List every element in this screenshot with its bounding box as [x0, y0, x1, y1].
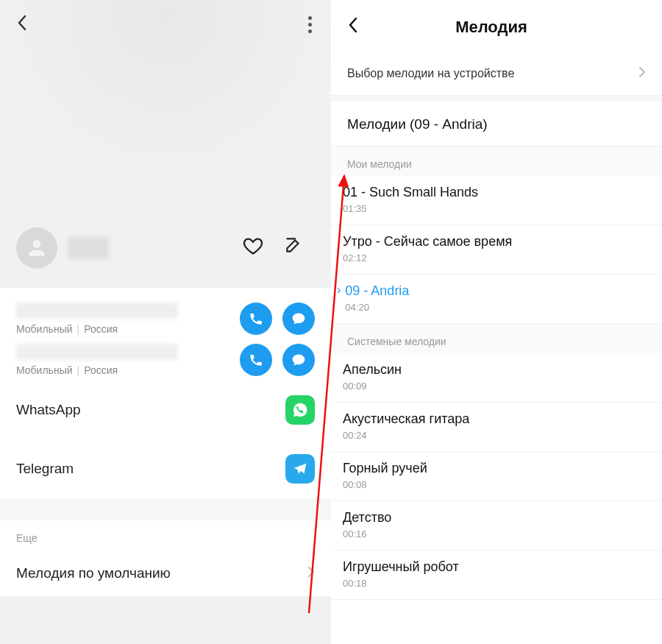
ringtone-duration: 04:20	[345, 302, 646, 313]
ringtone-title: Утро - Сейчас самое время	[343, 234, 646, 250]
more-menu-button[interactable]	[305, 13, 315, 36]
contact-detail-pane: Мобильный|Россия Мобильный|Россия	[0, 0, 331, 644]
default-ringtone-label: Мелодия по умолчанию	[16, 565, 307, 581]
contact-avatar	[16, 227, 57, 269]
call-button[interactable]	[240, 302, 272, 335]
call-button[interactable]	[240, 344, 272, 376]
telegram-row[interactable]: Telegram	[0, 439, 331, 498]
phone-subtitle: Мобильный|Россия	[16, 364, 240, 376]
contact-name-redacted	[68, 237, 109, 259]
telegram-icon	[285, 454, 315, 484]
edit-button[interactable]	[284, 236, 303, 261]
phone-entry-2[interactable]: Мобильный|Россия	[0, 339, 331, 381]
ringtone-duration: 00:09	[343, 381, 646, 392]
phone-entry-1[interactable]: Мобильный|Россия	[0, 298, 331, 339]
whatsapp-row[interactable]: WhatsApp	[0, 381, 331, 439]
default-ringtone-row[interactable]: Мелодия по умолчанию	[0, 550, 331, 596]
ringtone-duration: 00:18	[343, 578, 646, 589]
ringtone-duration: 00:08	[343, 479, 646, 490]
ringtone-title: Игрушечный робот	[343, 559, 646, 575]
ringtone-row[interactable]: ›Горный ручей00:08	[331, 452, 662, 501]
favorite-button[interactable]	[243, 236, 263, 261]
message-button[interactable]	[282, 344, 315, 376]
system-ringtones-label: Системные мелодии	[331, 324, 662, 353]
my-ringtones-label: Мои мелодии	[331, 146, 662, 176]
ringtone-row[interactable]: ›Детство00:16	[331, 501, 662, 551]
ringtone-title: Горный ручей	[343, 461, 646, 476]
phone-subtitle: Мобильный|Россия	[16, 323, 240, 335]
ringtone-row[interactable]: ›Утро - Сейчас самое время02:12	[331, 225, 662, 275]
ringtone-picker-pane: Мелодия Выбор мелодии на устройстве Мело…	[331, 0, 662, 644]
ringtone-row[interactable]: ›Акустическая гитара00:24	[331, 403, 662, 452]
whatsapp-icon	[285, 395, 315, 425]
ringtone-duration: 02:12	[343, 252, 646, 263]
ringtone-duration: 01:35	[343, 203, 646, 214]
chevron-right-icon	[307, 565, 315, 581]
ringtone-title: 01 - Such Small Hands	[343, 185, 646, 200]
pick-on-device-row[interactable]: Выбор мелодии на устройстве	[331, 52, 662, 96]
ringtone-duration: 00:24	[343, 430, 646, 441]
ringtone-row[interactable]: ›01 - Such Small Hands01:35	[331, 176, 662, 225]
page-title: Мелодия	[337, 18, 646, 37]
whatsapp-label: WhatsApp	[16, 402, 285, 418]
phone-number-redacted	[16, 344, 178, 360]
telegram-label: Telegram	[16, 461, 285, 477]
more-section-label: Еще	[0, 520, 331, 550]
ringtone-row[interactable]: ›09 - Andria04:20	[331, 275, 662, 324]
ringtone-row[interactable]: ›Апельсин00:09	[331, 353, 662, 403]
ringtone-title: Акустическая гитара	[343, 411, 646, 427]
ringtone-title: Детство	[343, 510, 646, 526]
back-button[interactable]	[16, 14, 28, 36]
current-ringtone[interactable]: Мелодии (09 - Andria)	[331, 102, 662, 146]
message-button[interactable]	[282, 302, 315, 335]
phone-number-redacted	[16, 302, 178, 319]
pick-on-device-label: Выбор мелодии на устройстве	[347, 67, 638, 80]
chevron-right-icon	[638, 65, 646, 82]
ringtone-title: Апельсин	[343, 362, 646, 378]
selected-indicator-icon: ›	[337, 283, 341, 297]
ringtone-duration: 00:16	[343, 528, 646, 539]
ringtone-title: 09 - Andria	[345, 283, 646, 299]
ringtone-row[interactable]: ›Игрушечный робот00:18	[331, 551, 662, 600]
